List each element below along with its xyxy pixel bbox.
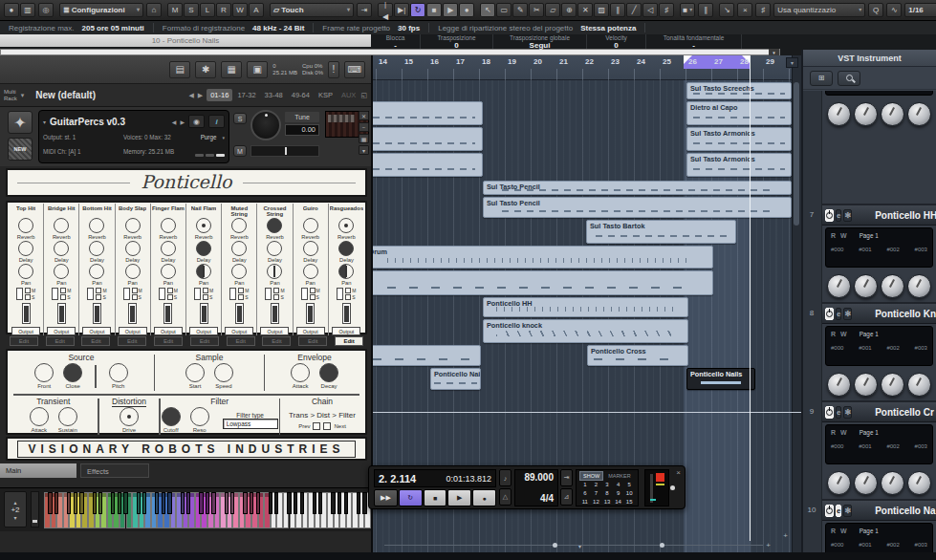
- erase-tool[interactable]: ▨: [594, 3, 609, 17]
- cycle-button[interactable]: ↻: [410, 3, 425, 17]
- strip-knob-pan[interactable]: [89, 264, 104, 279]
- marker-number-button[interactable]: 8: [601, 489, 613, 498]
- strip-knob-reverb[interactable]: [18, 218, 33, 233]
- black-key[interactable]: [362, 492, 366, 514]
- power-button[interactable]: [825, 209, 834, 222]
- event-field-trasposizione-globale[interactable]: Trasposizione globaleSegui: [493, 34, 587, 49]
- strip-knob-delay[interactable]: [267, 241, 282, 256]
- prev-instrument-icon[interactable]: ◀: [172, 118, 177, 125]
- octave-down-icon[interactable]: ▾: [13, 514, 16, 521]
- expand-icon[interactable]: ◱: [360, 92, 367, 99]
- strip-output-button[interactable]: Output: [82, 327, 111, 335]
- clip-indicator[interactable]: [656, 473, 664, 482]
- strip-knob-reverb[interactable]: [196, 218, 211, 233]
- freeze-button[interactable]: ✻: [843, 308, 852, 320]
- black-key[interactable]: [357, 492, 360, 514]
- nudge-palette-button[interactable]: ∥: [698, 3, 713, 17]
- quick-control-knob[interactable]: [881, 373, 904, 397]
- strip-edit-button-6[interactable]: Edit: [190, 336, 219, 346]
- quick-control-knob[interactable]: [881, 102, 904, 126]
- draw-tool[interactable]: ✎: [512, 3, 528, 17]
- strip-knob-reverb[interactable]: [161, 218, 176, 233]
- aux-button[interactable]: ▦: [359, 134, 369, 143]
- black-key[interactable]: [155, 492, 159, 514]
- strip-knob-delay[interactable]: [303, 241, 318, 256]
- strip-knob-delay[interactable]: [161, 241, 176, 256]
- strip-mute-checkbox[interactable]: [25, 288, 31, 293]
- snap-button[interactable]: ↘: [719, 3, 734, 17]
- prev-page-icon[interactable]: ◀: [188, 92, 193, 99]
- marker-number-button[interactable]: 14: [613, 498, 624, 506]
- range-tool[interactable]: ▭: [496, 3, 512, 17]
- filter-type-select[interactable]: Lowpass: [223, 419, 278, 429]
- strip-knob-reverb[interactable]: [231, 218, 247, 233]
- strip-output-button[interactable]: Output: [189, 327, 218, 335]
- strip-volume-fader[interactable]: [57, 303, 66, 324]
- play-button[interactable]: ▶: [447, 489, 471, 506]
- quick-control-knob[interactable]: [854, 373, 878, 397]
- knob-drive[interactable]: [120, 407, 139, 426]
- strip-edit-button-10[interactable]: Edit: [335, 336, 363, 346]
- black-key[interactable]: [162, 492, 165, 514]
- automation-button-s[interactable]: S: [184, 3, 199, 17]
- marker-number-button[interactable]: 5: [623, 481, 635, 489]
- midi-clip[interactable]: [373, 345, 481, 366]
- cycle-button[interactable]: ↻: [399, 489, 423, 506]
- edit-instrument-button[interactable]: e: [836, 308, 841, 320]
- black-key[interactable]: [337, 492, 341, 514]
- quick-control-knob[interactable]: [854, 471, 878, 495]
- black-key[interactable]: [318, 492, 322, 514]
- black-key[interactable]: [186, 492, 190, 514]
- mute-button[interactable]: M: [233, 145, 247, 157]
- go-previous-marker-button[interactable]: |◀: [378, 3, 393, 17]
- strip-edit-button-4[interactable]: Edit: [118, 336, 146, 346]
- chain-next-button[interactable]: [323, 422, 331, 430]
- write-automation-button[interactable]: W: [840, 429, 847, 436]
- event-field-tonalit-fondamentale[interactable]: Tonalità fondamentale-: [646, 34, 742, 49]
- play-tool[interactable]: ◁: [642, 3, 658, 17]
- rack-header[interactable]: e✻Ponticello Kn: [822, 304, 936, 324]
- tempo-display[interactable]: 89.000 4/4: [514, 469, 558, 506]
- strip-mute-checkbox[interactable]: [167, 288, 173, 293]
- options-button[interactable]: ✱: [195, 61, 216, 78]
- strip-edit-button-5[interactable]: Edit: [154, 336, 183, 346]
- read-automation-button[interactable]: R: [831, 232, 836, 239]
- strip-output-button[interactable]: Output: [296, 327, 325, 335]
- glue-tool[interactable]: ▱: [545, 3, 560, 17]
- strip-edit-button-7[interactable]: Edit: [227, 336, 255, 346]
- freeze-button[interactable]: ✻: [843, 209, 852, 222]
- black-key[interactable]: [256, 492, 260, 514]
- strip-output-button[interactable]: Output: [11, 327, 40, 335]
- knob-front[interactable]: [34, 363, 54, 382]
- black-key[interactable]: [250, 492, 253, 514]
- project-overview-line[interactable]: ▾: [0, 49, 780, 55]
- black-key[interactable]: [294, 492, 297, 514]
- strip-knob-reverb[interactable]: [267, 218, 282, 233]
- black-key[interactable]: [79, 492, 83, 514]
- read-automation-button[interactable]: R: [831, 528, 836, 534]
- select-tool[interactable]: ↖: [480, 3, 495, 17]
- multi-preset-select[interactable]: New (default): [35, 90, 96, 100]
- event-field-trasposizione[interactable]: Trasposizione0: [421, 34, 493, 49]
- power-button[interactable]: [825, 505, 834, 517]
- zoom-tool[interactable]: ⊕: [561, 3, 577, 17]
- rack-tab-17-32[interactable]: 17-32: [233, 89, 259, 101]
- next-instrument-icon[interactable]: ▶: [180, 118, 185, 125]
- black-key[interactable]: [74, 492, 77, 514]
- marker-number-button[interactable]: 13: [601, 498, 613, 506]
- metronome-button[interactable]: ◎: [38, 3, 54, 17]
- midi-clip[interactable]: Sul Tasto Bartok: [586, 220, 736, 244]
- panel-options-dot[interactable]: [670, 485, 675, 490]
- strip-output-button[interactable]: Output: [332, 327, 360, 335]
- chain-prev-button[interactable]: [313, 422, 320, 430]
- color-menu-button[interactable]: ■ ▾: [680, 3, 695, 17]
- strip-mute-checkbox[interactable]: [60, 288, 66, 293]
- tab-main[interactable]: Main: [0, 463, 76, 478]
- black-key[interactable]: [137, 492, 141, 514]
- black-key[interactable]: [313, 492, 316, 514]
- automation-mode-select[interactable]: ▱ Touch ▾: [270, 3, 354, 17]
- black-key[interactable]: [230, 492, 234, 514]
- click-toggle-button[interactable]: △: [499, 488, 512, 506]
- midi-clip[interactable]: Sul Tasto Armonics: [686, 127, 792, 151]
- marker-number-button[interactable]: 11: [579, 498, 591, 506]
